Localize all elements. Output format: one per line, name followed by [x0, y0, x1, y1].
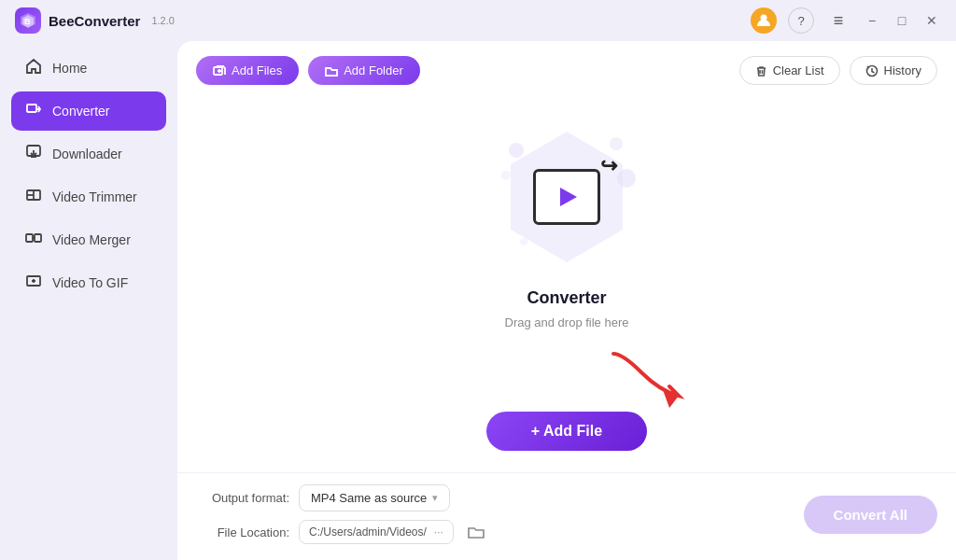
history-label: History [884, 63, 921, 77]
main-layout: Home Converter Downloader [0, 41, 956, 560]
dot-3 [610, 137, 623, 150]
titlebar-right: ? ≡ − □ ✕ [751, 7, 941, 34]
drop-title: Converter [527, 288, 606, 308]
sidebar-label-home: Home [52, 61, 87, 76]
video-merger-icon [24, 230, 43, 250]
video-icon-wrapper: ↪ [533, 169, 600, 225]
red-arrow-container [417, 344, 716, 410]
add-files-label: Add Files [232, 63, 282, 77]
svg-marker-20 [662, 387, 679, 408]
drop-subtitle: Drag and drop file here [505, 315, 629, 329]
file-location-input[interactable]: C:/Users/admin/Videos/ ··· [299, 520, 454, 544]
convert-all-button[interactable]: Convert All [804, 496, 937, 534]
sidebar-item-home[interactable]: Home [11, 49, 166, 88]
app-name: BeeConverter [49, 13, 140, 29]
bottom-bar: Output format: MP4 Same as source ▾ File… [177, 472, 956, 560]
toolbar-left: Add Files Add Folder [196, 56, 420, 85]
sidebar-item-converter[interactable]: Converter [11, 91, 166, 131]
video-trimmer-icon [24, 187, 43, 207]
red-arrow-icon [595, 344, 716, 410]
help-button[interactable]: ? [788, 7, 814, 34]
location-row: File Location: C:/Users/admin/Videos/ ··… [196, 519, 489, 545]
maximize-button[interactable]: □ [893, 11, 911, 30]
export-arrow-icon: ↪ [600, 154, 617, 178]
converter-icon [24, 101, 43, 121]
add-file-button[interactable]: + Add File [486, 412, 647, 451]
svg-rect-10 [26, 234, 33, 242]
toolbar: Add Files Add Folder Clear List [177, 41, 956, 100]
video-icon-box [533, 169, 600, 225]
dot-5 [520, 238, 527, 245]
sidebar-item-downloader[interactable]: Downloader [11, 134, 166, 174]
ellipsis-btn[interactable]: ··· [434, 525, 443, 539]
minimize-button[interactable]: − [863, 11, 881, 30]
file-location-label: File Location: [196, 525, 289, 539]
app-version: 1.2.0 [151, 15, 174, 26]
toolbar-right: Clear List History [739, 56, 937, 85]
sidebar-label-video-to-gif: Video To GIF [52, 275, 128, 290]
home-icon [24, 58, 43, 78]
video-to-gif-icon [24, 273, 43, 293]
sidebar-item-video-trimmer[interactable]: Video Trimmer [11, 177, 166, 217]
output-format-select[interactable]: MP4 Same as source ▾ [299, 484, 450, 511]
file-location-value: C:/Users/admin/Videos/ [309, 525, 427, 539]
format-row: Output format: MP4 Same as source ▾ [196, 484, 489, 511]
dot-4 [617, 169, 636, 188]
browse-folder-button[interactable] [463, 519, 489, 545]
output-format-label: Output format: [196, 491, 289, 505]
app-logo: B [15, 7, 41, 34]
svg-text:B: B [24, 17, 31, 26]
titlebar-left: B BeeConverter 1.2.0 [15, 7, 175, 34]
dot-1 [509, 143, 524, 158]
add-files-button[interactable]: Add Files [196, 56, 299, 85]
titlebar: B BeeConverter 1.2.0 ? ≡ − □ ✕ [0, 0, 956, 41]
dropzone: ↪ Converter Drag and drop file here + Ad… [177, 100, 956, 472]
sidebar-label-converter: Converter [52, 104, 109, 119]
sidebar-label-downloader: Downloader [52, 147, 122, 161]
history-button[interactable]: History [850, 56, 937, 85]
clear-list-label: Clear List [773, 63, 824, 77]
sidebar-item-video-to-gif[interactable]: Video To GIF [11, 263, 166, 302]
sidebar: Home Converter Downloader [0, 41, 177, 560]
user-avatar[interactable] [751, 7, 777, 34]
content-area: Add Files Add Folder Clear List [177, 41, 956, 560]
output-format-value: MP4 Same as source [311, 491, 427, 505]
svg-rect-4 [27, 105, 36, 112]
bottom-settings: Output format: MP4 Same as source ▾ File… [196, 484, 489, 545]
clear-list-button[interactable]: Clear List [739, 56, 840, 85]
drop-icon-container: ↪ [492, 122, 641, 272]
play-icon [560, 188, 577, 206]
add-folder-label: Add Folder [344, 63, 403, 77]
dot-2 [501, 171, 511, 180]
sidebar-label-video-trimmer: Video Trimmer [52, 189, 137, 204]
sidebar-label-video-merger: Video Merger [52, 232, 131, 247]
downloader-icon [24, 144, 43, 164]
close-button[interactable]: ✕ [922, 11, 941, 30]
chevron-down-icon: ▾ [432, 492, 438, 504]
sidebar-item-video-merger[interactable]: Video Merger [11, 220, 166, 259]
svg-rect-11 [35, 234, 41, 242]
add-folder-button[interactable]: Add Folder [308, 56, 420, 85]
menu-button[interactable]: ≡ [825, 7, 851, 34]
